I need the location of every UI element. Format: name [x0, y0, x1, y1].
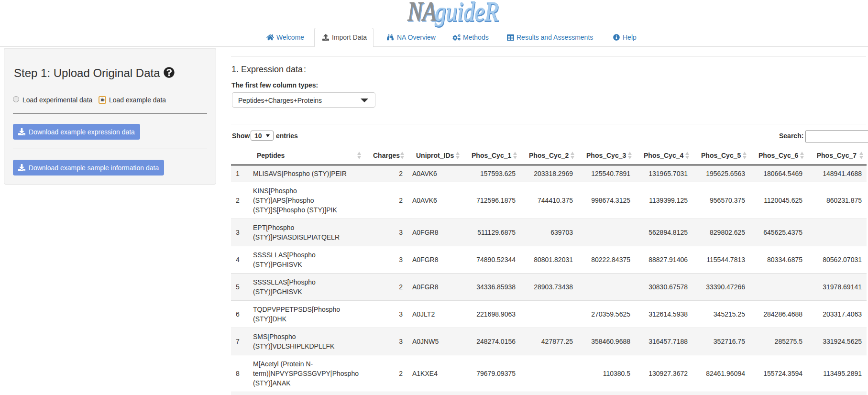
svg-text:guideR: guideR: [435, 0, 498, 26]
svg-text:NA: NA: [407, 0, 436, 26]
